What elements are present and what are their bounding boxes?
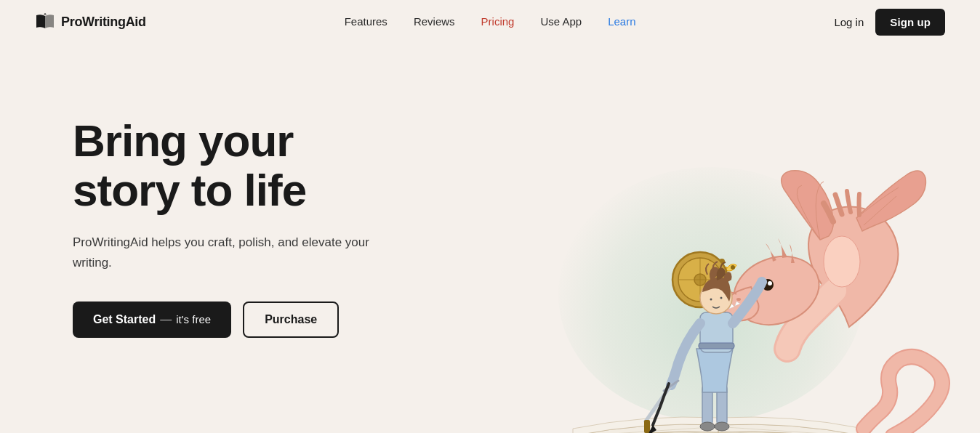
hero-section: Bring your story to life ProWritingAid h… <box>0 44 980 433</box>
svg-rect-23 <box>699 343 734 349</box>
hero-title: Bring your story to life <box>73 116 378 215</box>
hero-content: Bring your story to life ProWritingAid h… <box>73 87 378 338</box>
hero-title-line2: story to life <box>73 165 306 215</box>
nav-learn[interactable]: Learn <box>608 15 635 28</box>
purchase-button[interactable]: Purchase <box>243 302 339 338</box>
nav-use-app[interactable]: Use App <box>540 15 582 28</box>
navbar: ProWritingAid Features Reviews Pricing U… <box>0 0 980 44</box>
svg-point-33 <box>710 299 712 301</box>
svg-point-21 <box>715 422 729 431</box>
nav-actions: Log in Sign up <box>834 9 945 36</box>
svg-point-16 <box>731 265 735 270</box>
dragon <box>697 171 942 433</box>
logo-icon <box>35 13 55 31</box>
hero-title-line1: Bring your <box>73 116 293 166</box>
hero-buttons: Get Started—it's free Purchase <box>73 302 378 338</box>
svg-point-34 <box>720 297 723 299</box>
hero-illustration <box>486 73 980 433</box>
logo[interactable]: ProWritingAid <box>35 13 146 31</box>
svg-rect-26 <box>644 420 650 433</box>
nav-reviews[interactable]: Reviews <box>414 15 455 28</box>
svg-point-20 <box>700 422 715 431</box>
login-link[interactable]: Log in <box>834 16 864 28</box>
svg-point-12 <box>824 236 860 287</box>
nav-links: Features Reviews Pricing Use App Learn <box>345 15 636 28</box>
cta-free-text: it's free <box>176 313 211 325</box>
nav-pricing[interactable]: Pricing <box>481 15 515 28</box>
get-started-button[interactable]: Get Started—it's free <box>73 302 231 338</box>
svg-point-11 <box>736 298 741 301</box>
dragon-knight-illustration <box>486 73 980 433</box>
hero-subtitle: ProWritingAid helps you craft, polish, a… <box>73 232 378 272</box>
nav-features[interactable]: Features <box>345 15 387 28</box>
cta-sep: — <box>160 313 172 325</box>
signup-button[interactable]: Sign up <box>875 9 945 36</box>
cta-main-text: Get Started <box>93 313 156 325</box>
brand-name: ProWritingAid <box>61 15 146 30</box>
svg-point-10 <box>768 281 772 286</box>
